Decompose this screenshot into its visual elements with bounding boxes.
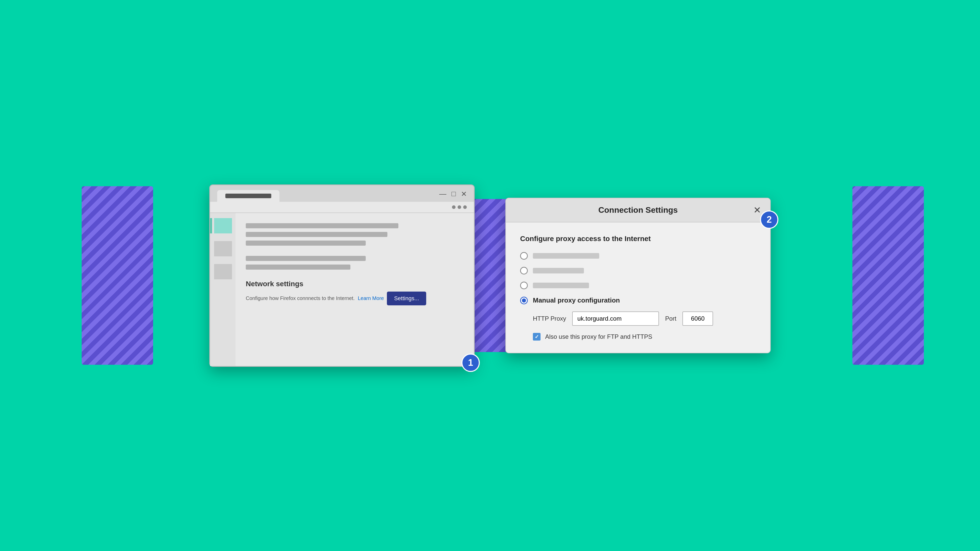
- radio-option-1[interactable]: [520, 252, 756, 260]
- sidebar-item-3[interactable]: [210, 264, 235, 279]
- http-proxy-input[interactable]: [572, 311, 659, 326]
- learn-more-link[interactable]: Learn More: [358, 295, 384, 301]
- radio-circle-2[interactable]: [520, 267, 528, 275]
- dot-1: [452, 205, 455, 209]
- browser-window-wrapper: — □ ✕: [209, 184, 475, 367]
- radio-circle-1[interactable]: [520, 252, 528, 260]
- browser-content: Network settings Configure how Firefox c…: [210, 213, 474, 366]
- port-input[interactable]: [682, 311, 713, 326]
- also-use-proxy-checkbox[interactable]: [533, 333, 541, 341]
- network-settings-title: Network settings: [246, 280, 464, 288]
- connection-settings-dialog: Connection Settings ✕ Configure proxy ac…: [505, 198, 771, 353]
- radio-option-2[interactable]: [520, 267, 756, 275]
- radio-label-manual: Manual proxy configuration: [533, 297, 620, 304]
- checkbox-row[interactable]: Also use this proxy for FTP and HTTPS: [533, 333, 756, 341]
- network-settings-description: Configure how Firefox connnects to the I…: [246, 292, 464, 305]
- dialog-close-button[interactable]: ✕: [753, 206, 761, 215]
- maximize-button[interactable]: □: [452, 190, 456, 198]
- dot-3: [463, 205, 467, 209]
- content-line-5: [246, 265, 350, 270]
- tab-title-bar: [225, 194, 271, 198]
- content-line-3: [246, 241, 366, 246]
- step-badge-2: 2: [760, 210, 778, 229]
- browser-sidebar: [210, 213, 235, 366]
- dialog-body: Configure proxy access to the Internet M…: [506, 222, 770, 353]
- stripe-decoration-right: [853, 186, 924, 365]
- network-settings-button[interactable]: Settings...: [387, 292, 426, 305]
- browser-window: — □ ✕: [209, 184, 475, 367]
- radio-label-bar-1: [533, 253, 599, 259]
- radio-circle-manual[interactable]: [520, 297, 528, 304]
- network-desc-text: Configure how Firefox connnects to the I…: [246, 295, 355, 301]
- dot-2: [458, 205, 461, 209]
- radio-option-3[interactable]: [520, 282, 756, 289]
- step-badge-1: 1: [461, 354, 480, 372]
- stripe-decoration-left: [82, 186, 153, 365]
- content-placeholder-lines: [246, 223, 464, 246]
- http-proxy-label: HTTP Proxy: [533, 315, 566, 322]
- radio-option-manual[interactable]: Manual proxy configuration: [520, 297, 756, 304]
- radio-circle-3[interactable]: [520, 282, 528, 289]
- dialog-title: Connection Settings: [598, 205, 678, 215]
- browser-toolbar: [210, 202, 474, 213]
- dialog-titlebar: Connection Settings ✕: [506, 198, 770, 222]
- toolbar-menu-dots: [452, 205, 467, 209]
- proxy-section-title: Configure proxy access to the Internet: [520, 235, 756, 243]
- port-label: Port: [665, 315, 676, 322]
- network-settings-section: Network settings Configure how Firefox c…: [246, 280, 464, 305]
- proxy-fields-row: HTTP Proxy Port: [533, 311, 756, 326]
- radio-label-bar-2: [533, 268, 584, 273]
- connection-dialog-wrapper: Connection Settings ✕ Configure proxy ac…: [505, 198, 771, 353]
- checkbox-label: Also use this proxy for FTP and HTTPS: [545, 333, 652, 340]
- browser-tab[interactable]: [217, 190, 280, 202]
- radio-label-bar-3: [533, 283, 589, 288]
- content-line-4: [246, 256, 366, 261]
- close-button[interactable]: ✕: [461, 190, 467, 198]
- main-content-area: Network settings Configure how Firefox c…: [235, 213, 474, 366]
- content-line-2: [246, 232, 387, 237]
- sidebar-item-2[interactable]: [210, 241, 235, 256]
- minimize-button[interactable]: —: [439, 190, 446, 198]
- sidebar-item-1[interactable]: [210, 218, 235, 233]
- content-line-1: [246, 223, 398, 228]
